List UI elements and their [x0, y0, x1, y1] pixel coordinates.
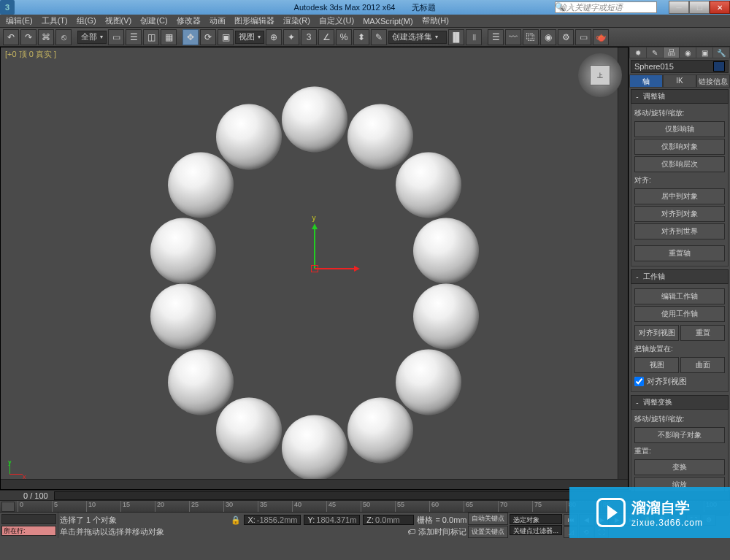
select-name-button[interactable]: ☰ [126, 29, 142, 45]
curve-editor-button[interactable]: 〰 [505, 29, 521, 45]
subtab-linkinfo[interactable]: 链接信息 [696, 74, 730, 88]
btn-affect-object-only[interactable]: 仅影响对象 [634, 139, 725, 155]
btn-align-to-object[interactable]: 对齐到对象 [634, 206, 725, 222]
time-tag-icon[interactable]: 🏷 [407, 527, 415, 536]
pivot-center-button[interactable]: ⊕ [266, 29, 282, 45]
manipulate-button[interactable]: ✦ [283, 29, 299, 45]
object-name-field[interactable]: Sphere015 [631, 60, 729, 73]
rotate-button[interactable]: ⟳ [200, 29, 216, 45]
move-button[interactable]: ✥ [182, 29, 199, 45]
menu-rendering[interactable]: 渲染(R) [279, 14, 315, 28]
btn-center-to-object[interactable]: 居中到对象 [634, 188, 725, 204]
angle-snap-button[interactable]: ∠ [318, 29, 334, 45]
tab-display[interactable]: ▣ [696, 47, 712, 58]
render-frame-button[interactable]: ▭ [575, 29, 591, 45]
menu-customize[interactable]: 自定义(U) [315, 14, 358, 28]
align-button[interactable]: ⫴ [466, 29, 482, 45]
coord-x[interactable]: X:-1856.2mm [244, 515, 301, 525]
select-region-button[interactable]: ◫ [143, 29, 159, 45]
undo-button[interactable]: ↶ [3, 29, 19, 45]
mirror-button[interactable]: ▐▌ [448, 29, 464, 45]
selection-filter-combo[interactable]: 全部 [77, 31, 107, 44]
layers-button[interactable]: ☰ [488, 29, 504, 45]
viewport-label[interactable]: [+0 顶 0 真实 ] [5, 49, 56, 60]
window-maximize-button[interactable]: ☐ [689, 1, 710, 14]
script-listener[interactable] [1, 514, 56, 524]
rollout-adjust-pivot[interactable]: 调整轴 [631, 89, 729, 104]
btn-use-working-pivot[interactable]: 使用工作轴 [634, 306, 725, 322]
chk-align-to-view[interactable]: 对齐到视图 [634, 375, 725, 388]
menu-maxscript[interactable]: MAXScript(M) [358, 15, 417, 27]
btn-edit-working-pivot[interactable]: 编辑工作轴 [634, 288, 725, 304]
btn-affect-pivot-only[interactable]: 仅影响轴 [634, 121, 725, 137]
unlink-button[interactable]: ⎋ [55, 29, 72, 45]
select-button[interactable]: ▭ [108, 29, 124, 45]
infocenter-icon[interactable]: 🔍 [555, 2, 565, 12]
tab-create[interactable]: ✹ [630, 47, 646, 58]
viewport[interactable]: [+0 顶 0 真实 ] 上 y y x [0, 47, 629, 490]
rollout-working-pivot[interactable]: 工作轴 [631, 269, 729, 284]
scale-button[interactable]: ▣ [218, 29, 234, 45]
material-editor-button[interactable]: ◉ [540, 29, 556, 45]
spinner-snap-button[interactable]: ⬍ [353, 29, 369, 45]
snap-button[interactable]: 3 [301, 29, 317, 45]
script-line[interactable]: 所在行: [1, 526, 56, 536]
menu-help[interactable]: 帮助(H) [418, 14, 453, 28]
coord-z[interactable]: Z:0.0mm [363, 515, 414, 525]
key-mode-button[interactable] [1, 502, 15, 512]
viewport-hscroll[interactable] [1, 479, 628, 489]
menu-create[interactable]: 创建(C) [136, 14, 172, 28]
menu-animation[interactable]: 动画 [205, 14, 230, 28]
btn-place-surface[interactable]: 曲面 [680, 357, 725, 373]
window-crossing-button[interactable]: ▦ [161, 29, 177, 45]
key-selset[interactable]: 选定对象 [510, 514, 562, 524]
subtab-ik[interactable]: IK [663, 74, 696, 88]
menu-modifiers[interactable]: 修改器 [172, 14, 205, 28]
btn-place-view[interactable]: 视图 [634, 357, 679, 373]
tab-motion[interactable]: ◉ [680, 47, 696, 58]
btn-align-to-world[interactable]: 对齐到世界 [634, 223, 725, 239]
window-close-button[interactable]: ✕ [710, 1, 730, 14]
edit-named-sel-button[interactable]: ✎ [371, 29, 387, 45]
setkey-button[interactable]: 设置关键点 [468, 526, 508, 538]
btn-reset-pivot[interactable]: 重置轴 [634, 245, 725, 261]
window-minimize-button[interactable]: ─ [669, 1, 689, 14]
app-logo-icon[interactable]: 3 [0, 0, 15, 15]
named-selset-combo[interactable]: 创建选择集 [388, 31, 447, 44]
btn-reset-wp[interactable]: 重置 [680, 325, 725, 341]
menu-group[interactable]: 组(G) [72, 14, 101, 28]
help-icon[interactable]: ? [581, 2, 591, 12]
subtab-pivot[interactable]: 轴 [629, 74, 663, 88]
btn-align-to-view[interactable]: 对齐到视图 [634, 325, 679, 341]
btn-reset-transform[interactable]: 变换 [634, 459, 725, 475]
menu-tools[interactable]: 工具(T) [37, 14, 72, 28]
add-time-tag[interactable]: 添加时间标记 [418, 526, 466, 537]
viewport-vscroll[interactable] [618, 47, 628, 479]
rollout-adjust-transform[interactable]: 调整变换 [631, 395, 729, 410]
key-filters[interactable]: 关键点过滤器... [510, 525, 562, 535]
menu-views[interactable]: 视图(V) [101, 14, 137, 28]
render-setup-button[interactable]: ⚙ [558, 29, 574, 45]
tab-utilities[interactable]: 🔧 [713, 47, 729, 58]
lock-icon[interactable]: 🔒 [231, 515, 241, 525]
btn-affect-hierarchy-only[interactable]: 仅影响层次 [634, 156, 725, 172]
autokey-button[interactable]: 自动关键点 [468, 513, 508, 525]
star-icon[interactable]: ★ [568, 2, 578, 12]
command-panel: ✹ ✎ 品 ◉ ▣ 🔧 Sphere015 轴 IK 链接信息 调整轴 移动/旋… [629, 47, 730, 490]
redo-button[interactable]: ↷ [20, 29, 36, 45]
object-color-swatch[interactable] [713, 61, 725, 72]
viewcube[interactable]: 上 [578, 53, 622, 97]
render-button[interactable]: 🫖 [593, 29, 609, 45]
schematic-button[interactable]: ⿻ [523, 29, 539, 45]
tab-modify[interactable]: ✎ [647, 47, 663, 58]
menu-grapheditors[interactable]: 图形编辑器 [230, 14, 279, 28]
viewcube-face[interactable]: 上 [590, 65, 610, 85]
coord-y[interactable]: Y:1804.371m [304, 515, 360, 525]
percent-snap-button[interactable]: % [336, 29, 352, 45]
refcoord-combo[interactable]: 视图 [235, 31, 264, 44]
btn-dont-affect-children[interactable]: 不影响子对象 [634, 427, 725, 443]
tab-hierarchy[interactable]: 品 [664, 47, 680, 58]
menu-edit[interactable]: 编辑(E) [1, 14, 37, 28]
link-button[interactable]: ⌘ [38, 29, 54, 45]
grid-label: 栅格 = 0.0mm [417, 515, 466, 526]
